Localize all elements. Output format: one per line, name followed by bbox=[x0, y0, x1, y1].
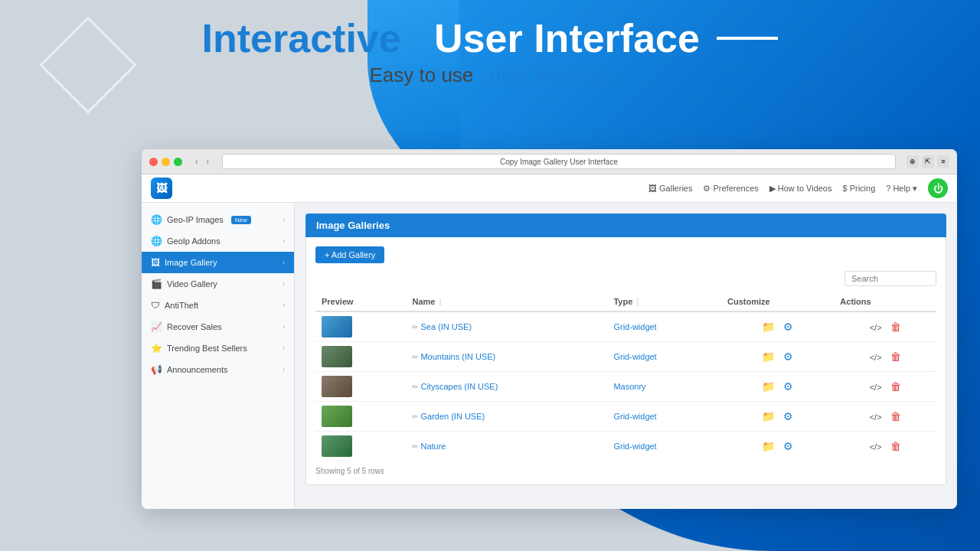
sidebar-item-geoip-addons[interactable]: 🌐 GeoIp Addons › bbox=[142, 230, 294, 252]
chevron-right-icon: › bbox=[283, 344, 285, 352]
customize-folder-button-0[interactable]: 📁 bbox=[759, 319, 778, 334]
cell-type-0: Grid-widget bbox=[607, 311, 721, 342]
sidebar-label-antitheft: AntiTheft bbox=[165, 301, 198, 310]
gallery-type-link-1[interactable]: Grid-widget bbox=[613, 352, 656, 361]
sidebar-item-recover-sales[interactable]: 📈 Recover Sales › bbox=[142, 316, 294, 337]
delete-button-4[interactable]: 🗑 bbox=[887, 439, 904, 454]
gallery-name-link-3[interactable]: ✏ Garden (IN USE) bbox=[412, 412, 601, 421]
forward-button[interactable]: › bbox=[204, 155, 211, 168]
gallery-name-4: Nature bbox=[420, 442, 446, 451]
customize-gear-button-2[interactable]: ⚙ bbox=[780, 379, 796, 394]
announcements-icon: 📢 bbox=[151, 364, 162, 375]
geoip-addons-icon: 🌐 bbox=[151, 236, 162, 246]
gallery-name-link-2[interactable]: ✏ Cityscapes (IN USE) bbox=[412, 382, 601, 391]
sidebar-item-image-gallery[interactable]: 🖼 Image Gallery › bbox=[142, 252, 294, 273]
customize-folder-button-4[interactable]: 📁 bbox=[759, 439, 778, 454]
delete-button-1[interactable]: 🗑 bbox=[887, 349, 904, 364]
table-footer: Showing 5 of 5 rows bbox=[315, 467, 936, 475]
thumbnail-1 bbox=[322, 346, 352, 367]
delete-button-0[interactable]: 🗑 bbox=[887, 319, 904, 334]
gallery-name-link-0[interactable]: ✏ Sea (IN USE) bbox=[412, 322, 601, 331]
chevron-right-icon: › bbox=[283, 237, 285, 245]
cell-type-2: Masonry bbox=[607, 372, 721, 402]
gallery-name-3: Garden (IN USE) bbox=[420, 412, 485, 421]
sidebar-item-trending[interactable]: ⭐ Trending Best Sellers › bbox=[142, 337, 294, 359]
customize-folder-button-2[interactable]: 📁 bbox=[759, 379, 778, 394]
gallery-type-link-3[interactable]: Grid-widget bbox=[613, 412, 656, 421]
th-customize: Customize bbox=[721, 292, 834, 311]
table-row: ✏ Nature Grid-widget 📁 ⚙ </> 🗑 bbox=[315, 432, 936, 461]
browser-action-3[interactable]: ≡ bbox=[937, 155, 949, 168]
gallery-type-link-2[interactable]: Masonry bbox=[613, 382, 645, 391]
gallery-name-link-4[interactable]: ✏ Nature bbox=[412, 442, 601, 451]
cell-customize-4: 📁 ⚙ bbox=[721, 432, 834, 461]
chevron-right-icon: › bbox=[283, 259, 285, 266]
sidebar-badge-new: New bbox=[231, 216, 251, 224]
gallery-name-2: Cityscapes (IN USE) bbox=[420, 382, 498, 391]
code-button-1[interactable]: </> bbox=[867, 351, 885, 364]
cell-actions-4: </> 🗑 bbox=[834, 432, 936, 461]
cell-customize-0: 📁 ⚙ bbox=[721, 311, 834, 342]
browser-actions: ⊕ ⇱ ≡ bbox=[906, 155, 949, 168]
sidebar-item-antitheft[interactable]: 🛡 AntiTheft › bbox=[142, 295, 294, 316]
cell-name-0: ✏ Sea (IN USE) bbox=[406, 311, 607, 342]
geo-ip-icon: 🌐 bbox=[151, 214, 162, 225]
gallery-type-link-0[interactable]: Grid-widget bbox=[613, 322, 656, 331]
chevron-right-icon: › bbox=[283, 366, 285, 373]
customize-gear-button-0[interactable]: ⚙ bbox=[780, 319, 796, 334]
nav-preferences[interactable]: ⚙ Preferences bbox=[703, 184, 758, 194]
cell-actions-0: </> 🗑 bbox=[834, 311, 936, 342]
sidebar-item-video-gallery[interactable]: 🎬 Video Gallery › bbox=[142, 273, 294, 295]
customize-folder-button-1[interactable]: 📁 bbox=[759, 349, 778, 364]
browser-action-2[interactable]: ⇱ bbox=[922, 155, 934, 168]
customize-gear-button-4[interactable]: ⚙ bbox=[780, 439, 796, 454]
table-row: ✏ Garden (IN USE) Grid-widget 📁 ⚙ </> 🗑 bbox=[315, 402, 936, 432]
nav-pricing[interactable]: $ Pricing bbox=[843, 184, 876, 193]
sidebar-item-geo-ip[interactable]: 🌐 Geo-IP Images New › bbox=[142, 209, 294, 230]
code-button-4[interactable]: </> bbox=[867, 441, 885, 453]
browser-action-1[interactable]: ⊕ bbox=[906, 155, 919, 168]
customize-gear-button-1[interactable]: ⚙ bbox=[780, 349, 796, 364]
nav-how-to-videos[interactable]: ▶ How to Videos bbox=[769, 184, 832, 194]
url-text: Copy Image Gallery User Interface bbox=[500, 158, 618, 166]
delete-button-2[interactable]: 🗑 bbox=[887, 379, 904, 394]
cell-type-1: Grid-widget bbox=[607, 342, 721, 372]
nav-galleries[interactable]: 🖼 Galleries bbox=[648, 184, 692, 193]
chevron-right-icon: › bbox=[283, 302, 285, 309]
search-input[interactable] bbox=[844, 271, 936, 286]
top-bar: 🖼 🖼 Galleries ⚙ Preferences ▶ How to Vid… bbox=[142, 174, 957, 203]
code-button-0[interactable]: </> bbox=[867, 321, 885, 334]
maximize-button[interactable] bbox=[174, 158, 182, 166]
nav-buttons: ‹ › bbox=[193, 155, 211, 168]
back-button[interactable]: ‹ bbox=[193, 155, 201, 168]
code-button-2[interactable]: </> bbox=[867, 381, 885, 393]
nav-help[interactable]: ? Help ▾ bbox=[886, 184, 917, 194]
app-logo: 🖼 bbox=[151, 178, 172, 199]
customize-gear-button-3[interactable]: ⚙ bbox=[780, 409, 796, 424]
cell-preview-0 bbox=[315, 311, 406, 342]
close-button[interactable] bbox=[149, 158, 158, 166]
cell-actions-3: </> 🗑 bbox=[834, 402, 936, 432]
gallery-type-link-4[interactable]: Grid-widget bbox=[613, 442, 656, 451]
search-row bbox=[315, 271, 936, 286]
sidebar-label-video-gallery: Video Gallery bbox=[167, 279, 217, 289]
code-button-3[interactable]: </> bbox=[867, 411, 885, 423]
minimize-button[interactable] bbox=[162, 158, 170, 166]
gallery-name-link-1[interactable]: ✏ Mountains (IN USE) bbox=[412, 352, 601, 361]
th-actions: Actions bbox=[834, 292, 936, 311]
add-gallery-button[interactable]: + Add Gallery bbox=[315, 246, 384, 263]
cell-preview-4 bbox=[315, 432, 406, 461]
customize-folder-button-3[interactable]: 📁 bbox=[759, 409, 778, 424]
chevron-right-icon: › bbox=[283, 216, 285, 223]
power-button[interactable]: ⏻ bbox=[928, 178, 948, 198]
thumbnail-0 bbox=[322, 316, 352, 337]
cell-customize-2: 📁 ⚙ bbox=[721, 372, 834, 402]
delete-button-3[interactable]: 🗑 bbox=[887, 409, 904, 424]
thumbnail-3 bbox=[322, 406, 352, 427]
edit-icon: ✏ bbox=[412, 323, 418, 331]
traffic-lights bbox=[149, 158, 182, 166]
image-gallery-icon: 🖼 bbox=[151, 257, 160, 268]
sidebar-item-announcements[interactable]: 📢 Announcements › bbox=[142, 359, 294, 380]
address-bar[interactable]: Copy Image Gallery User Interface bbox=[222, 154, 896, 169]
cell-preview-3 bbox=[315, 402, 406, 432]
